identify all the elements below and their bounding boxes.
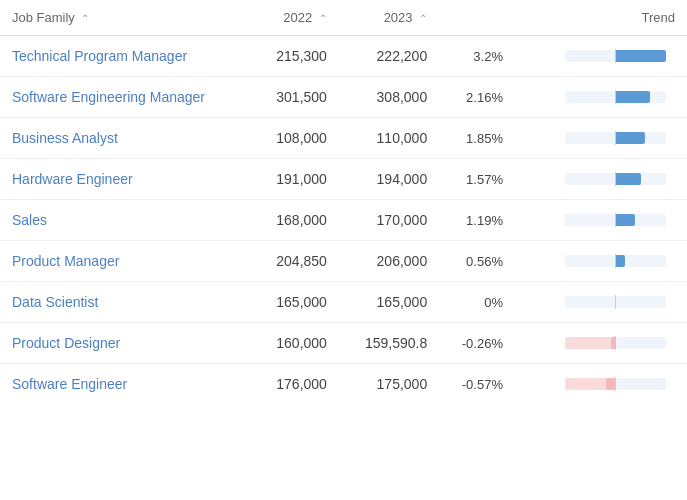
cell-trend [515, 364, 687, 405]
sort-icon-2022: ⌃ [319, 13, 327, 24]
trend-bar [551, 49, 671, 63]
cell-trend [515, 159, 687, 200]
cell-2023: 194,000 [339, 159, 439, 200]
cell-pct: 0% [439, 282, 515, 323]
header-pct [439, 0, 515, 36]
cell-trend [515, 241, 687, 282]
cell-trend [515, 282, 687, 323]
cell-job-family: Sales [0, 200, 252, 241]
cell-pct: 3.2% [439, 36, 515, 77]
cell-2023: 206,000 [339, 241, 439, 282]
cell-job-family: Software Engineer [0, 364, 252, 405]
header-trend: Trend [515, 0, 687, 36]
cell-job-family: Data Scientist [0, 282, 252, 323]
cell-trend [515, 36, 687, 77]
cell-2023: 159,590.8 [339, 323, 439, 364]
cell-2022: 215,300 [252, 36, 339, 77]
cell-2023: 175,000 [339, 364, 439, 405]
table-row: Business Analyst108,000110,0001.85% [0, 118, 687, 159]
table-header-row: Job Family ⌃ 2022 ⌃ 2023 ⌃ Trend [0, 0, 687, 36]
cell-2023: 165,000 [339, 282, 439, 323]
cell-2023: 170,000 [339, 200, 439, 241]
table-row: Sales168,000170,0001.19% [0, 200, 687, 241]
table-row: Hardware Engineer191,000194,0001.57% [0, 159, 687, 200]
cell-trend [515, 200, 687, 241]
header-2022[interactable]: 2022 ⌃ [252, 0, 339, 36]
trend-bar [551, 254, 671, 268]
table-row: Software Engineering Manager301,500308,0… [0, 77, 687, 118]
trend-bar [551, 213, 671, 227]
salary-table: Job Family ⌃ 2022 ⌃ 2023 ⌃ Trend Technic… [0, 0, 687, 404]
cell-pct: -0.26% [439, 323, 515, 364]
cell-2023: 222,200 [339, 36, 439, 77]
trend-bar [551, 295, 671, 309]
table-row: Product Designer160,000159,590.8-0.26% [0, 323, 687, 364]
cell-job-family: Product Manager [0, 241, 252, 282]
sort-icon-job-family: ⌃ [81, 13, 89, 24]
trend-bar [551, 377, 671, 391]
cell-job-family: Product Designer [0, 323, 252, 364]
table-row: Technical Program Manager215,300222,2003… [0, 36, 687, 77]
cell-2022: 301,500 [252, 77, 339, 118]
trend-bar [551, 336, 671, 350]
table-row: Data Scientist165,000165,0000% [0, 282, 687, 323]
cell-2022: 191,000 [252, 159, 339, 200]
cell-2022: 176,000 [252, 364, 339, 405]
cell-job-family: Business Analyst [0, 118, 252, 159]
cell-pct: 1.85% [439, 118, 515, 159]
trend-bar [551, 90, 671, 104]
cell-job-family: Hardware Engineer [0, 159, 252, 200]
table-row: Software Engineer176,000175,000-0.57% [0, 364, 687, 405]
cell-2022: 160,000 [252, 323, 339, 364]
cell-pct: 2.16% [439, 77, 515, 118]
cell-2022: 165,000 [252, 282, 339, 323]
cell-2023: 110,000 [339, 118, 439, 159]
cell-pct: 0.56% [439, 241, 515, 282]
cell-trend [515, 323, 687, 364]
cell-trend [515, 118, 687, 159]
cell-pct: 1.19% [439, 200, 515, 241]
table-row: Product Manager204,850206,0000.56% [0, 241, 687, 282]
cell-pct: 1.57% [439, 159, 515, 200]
trend-bar [551, 131, 671, 145]
cell-2023: 308,000 [339, 77, 439, 118]
cell-2022: 204,850 [252, 241, 339, 282]
cell-job-family: Software Engineering Manager [0, 77, 252, 118]
cell-2022: 108,000 [252, 118, 339, 159]
cell-job-family: Technical Program Manager [0, 36, 252, 77]
header-2023[interactable]: 2023 ⌃ [339, 0, 439, 36]
header-job-family[interactable]: Job Family ⌃ [0, 0, 252, 36]
cell-pct: -0.57% [439, 364, 515, 405]
sort-icon-2023: ⌃ [419, 13, 427, 24]
trend-bar [551, 172, 671, 186]
cell-2022: 168,000 [252, 200, 339, 241]
cell-trend [515, 77, 687, 118]
